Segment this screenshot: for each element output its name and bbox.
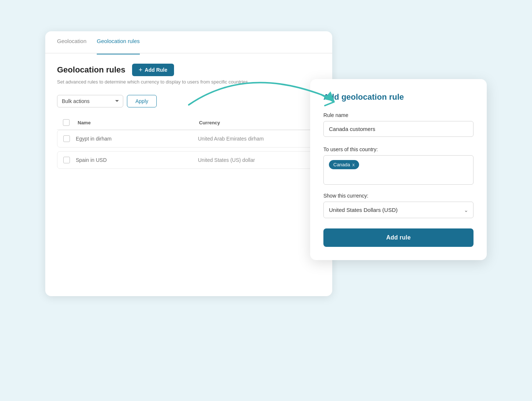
row-checkbox-1[interactable] bbox=[63, 157, 70, 163]
country-field[interactable]: Canada x bbox=[323, 155, 474, 185]
table-header: Name Currency bbox=[57, 116, 320, 130]
currency-select[interactable]: United States Dollars (USD) Canadian Dol… bbox=[323, 202, 474, 218]
tab-geolocation[interactable]: Geolocation bbox=[57, 31, 86, 54]
table-row: Spain in USD United States (US) dollar bbox=[57, 151, 320, 169]
add-rule-submit-button[interactable]: Add rule bbox=[323, 228, 474, 247]
rule-name-input[interactable] bbox=[323, 121, 474, 137]
main-card-body: Geolocation rules + Add Rule Set advance… bbox=[45, 53, 332, 169]
row-checkbox-0[interactable] bbox=[63, 135, 70, 142]
side-panel-title: Add geolocation rule bbox=[323, 92, 474, 102]
row-currency-1: United States (US) dollar bbox=[198, 157, 314, 163]
add-rule-button[interactable]: + Add Rule bbox=[132, 64, 174, 76]
main-card: Geolocation Geolocation rules Geolocatio… bbox=[45, 31, 332, 296]
currency-select-wrapper: United States Dollars (USD) Canadian Dol… bbox=[323, 202, 474, 218]
country-tag-remove[interactable]: x bbox=[352, 162, 355, 167]
currency-section: Show this currency: United States Dollar… bbox=[323, 193, 474, 218]
page-title: Geolocation rules bbox=[57, 65, 125, 75]
add-rule-button-label: Add Rule bbox=[145, 67, 167, 73]
side-panel-card: Add geolocation rule Rule name To users … bbox=[310, 79, 487, 260]
apply-button[interactable]: Apply bbox=[127, 95, 157, 107]
rule-name-label: Rule name bbox=[323, 112, 474, 118]
tab-geolocation-rules[interactable]: Geolocation rules bbox=[97, 31, 140, 54]
tabs-bar: Geolocation Geolocation rules bbox=[45, 31, 332, 53]
table-row: Egypt in dirham United Arab Emirates dir… bbox=[57, 130, 320, 148]
rule-name-section: Rule name bbox=[323, 112, 474, 145]
country-label: To users of this country: bbox=[323, 146, 474, 152]
select-all-checkbox[interactable] bbox=[63, 119, 70, 126]
bulk-actions-select[interactable]: Bulk actions bbox=[57, 95, 123, 107]
row-currency-0: United Arab Emirates dirham bbox=[198, 136, 314, 142]
header-checkbox-cell bbox=[63, 119, 72, 126]
row-name-1: Spain in USD bbox=[76, 157, 192, 163]
currency-label: Show this currency: bbox=[323, 193, 474, 199]
page-header: Geolocation rules + Add Rule bbox=[57, 64, 320, 76]
col-header-currency: Currency bbox=[199, 120, 315, 125]
country-tag: Canada x bbox=[329, 160, 359, 169]
row-name-0: Egypt in dirham bbox=[76, 136, 192, 142]
plus-icon: + bbox=[139, 67, 143, 73]
country-section: To users of this country: Canada x bbox=[323, 146, 474, 185]
col-header-name: Name bbox=[78, 120, 193, 125]
subtitle-text: Set advanced rules to determine which cu… bbox=[57, 79, 320, 85]
bulk-actions-row: Bulk actions Apply bbox=[57, 95, 320, 107]
country-tag-label: Canada bbox=[333, 162, 350, 167]
